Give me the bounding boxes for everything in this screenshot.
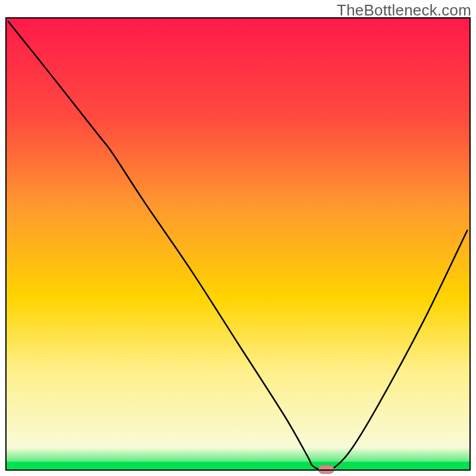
watermark-text: TheBottleneck.com: [337, 1, 471, 20]
green-band: [6, 462, 470, 470]
bottleneck-chart-svg: [0, 0, 476, 476]
gradient-background: [6, 18, 470, 470]
chart-stage: TheBottleneck.com: [0, 0, 476, 476]
